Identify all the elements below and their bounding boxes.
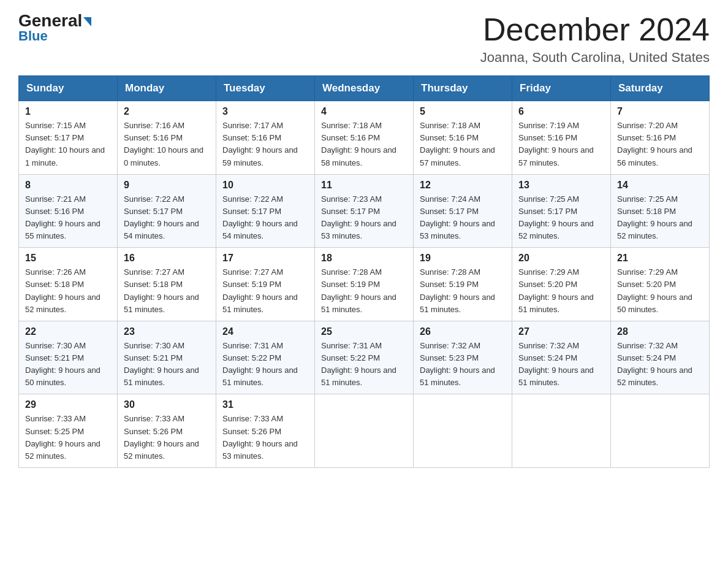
day-number: 3 bbox=[222, 106, 308, 117]
calendar-day-cell: 25Sunrise: 7:31 AMSunset: 5:22 PMDayligh… bbox=[315, 321, 414, 394]
day-number: 31 bbox=[222, 399, 308, 410]
calendar-day-cell: 28Sunrise: 7:32 AMSunset: 5:24 PMDayligh… bbox=[611, 321, 710, 394]
calendar-subtitle: Joanna, South Carolina, United States bbox=[480, 50, 710, 66]
calendar-week-row: 1Sunrise: 7:15 AMSunset: 5:17 PMDaylight… bbox=[19, 101, 710, 175]
day-info: Sunrise: 7:31 AMSunset: 5:22 PMDaylight:… bbox=[321, 340, 407, 389]
calendar-day-cell: 14Sunrise: 7:25 AMSunset: 5:18 PMDayligh… bbox=[611, 174, 710, 248]
day-info: Sunrise: 7:22 AMSunset: 5:17 PMDaylight:… bbox=[222, 193, 308, 243]
day-number: 17 bbox=[222, 253, 308, 264]
calendar-table: SundayMondayTuesdayWednesdayThursdayFrid… bbox=[18, 75, 710, 468]
day-number: 6 bbox=[518, 106, 604, 117]
day-number: 13 bbox=[518, 180, 604, 191]
calendar-empty-cell bbox=[414, 394, 512, 468]
calendar-week-row: 15Sunrise: 7:26 AMSunset: 5:18 PMDayligh… bbox=[19, 248, 710, 321]
day-number: 30 bbox=[124, 399, 210, 410]
day-number: 12 bbox=[420, 180, 506, 191]
day-number: 18 bbox=[321, 253, 407, 264]
day-info: Sunrise: 7:33 AMSunset: 5:25 PMDaylight:… bbox=[25, 413, 111, 462]
day-info: Sunrise: 7:26 AMSunset: 5:18 PMDaylight:… bbox=[25, 266, 111, 316]
day-number: 23 bbox=[124, 326, 210, 337]
day-info: Sunrise: 7:25 AMSunset: 5:18 PMDaylight:… bbox=[617, 193, 703, 243]
day-number: 4 bbox=[321, 106, 407, 117]
day-info: Sunrise: 7:29 AMSunset: 5:20 PMDaylight:… bbox=[518, 266, 604, 316]
calendar-day-cell: 9Sunrise: 7:22 AMSunset: 5:17 PMDaylight… bbox=[118, 174, 216, 248]
calendar-day-cell: 20Sunrise: 7:29 AMSunset: 5:20 PMDayligh… bbox=[512, 248, 611, 321]
calendar-day-cell: 30Sunrise: 7:33 AMSunset: 5:26 PMDayligh… bbox=[118, 394, 216, 468]
day-number: 26 bbox=[420, 326, 506, 337]
day-number: 20 bbox=[518, 253, 604, 264]
day-number: 11 bbox=[321, 180, 407, 191]
day-info: Sunrise: 7:27 AMSunset: 5:19 PMDaylight:… bbox=[222, 266, 308, 316]
day-number: 5 bbox=[420, 106, 506, 117]
calendar-day-cell: 26Sunrise: 7:32 AMSunset: 5:23 PMDayligh… bbox=[414, 321, 512, 394]
day-number: 19 bbox=[420, 253, 506, 264]
day-number: 22 bbox=[25, 326, 111, 337]
day-info: Sunrise: 7:18 AMSunset: 5:16 PMDaylight:… bbox=[420, 120, 506, 169]
calendar-day-cell: 2Sunrise: 7:16 AMSunset: 5:16 PMDaylight… bbox=[118, 101, 216, 175]
day-info: Sunrise: 7:18 AMSunset: 5:16 PMDaylight:… bbox=[321, 120, 407, 169]
day-number: 15 bbox=[25, 253, 111, 264]
day-info: Sunrise: 7:32 AMSunset: 5:24 PMDaylight:… bbox=[617, 340, 703, 389]
calendar-day-cell: 31Sunrise: 7:33 AMSunset: 5:26 PMDayligh… bbox=[216, 394, 315, 468]
calendar-day-cell: 10Sunrise: 7:22 AMSunset: 5:17 PMDayligh… bbox=[216, 174, 315, 248]
day-info: Sunrise: 7:23 AMSunset: 5:17 PMDaylight:… bbox=[321, 193, 407, 243]
day-info: Sunrise: 7:21 AMSunset: 5:16 PMDaylight:… bbox=[25, 193, 111, 243]
weekday-header-tuesday: Tuesday bbox=[216, 76, 315, 101]
day-number: 27 bbox=[518, 326, 604, 337]
day-info: Sunrise: 7:33 AMSunset: 5:26 PMDaylight:… bbox=[124, 413, 210, 462]
calendar-empty-cell bbox=[315, 394, 414, 468]
calendar-week-row: 29Sunrise: 7:33 AMSunset: 5:25 PMDayligh… bbox=[19, 394, 710, 468]
day-number: 2 bbox=[124, 106, 210, 117]
calendar-day-cell: 13Sunrise: 7:25 AMSunset: 5:17 PMDayligh… bbox=[512, 174, 611, 248]
calendar-day-cell: 17Sunrise: 7:27 AMSunset: 5:19 PMDayligh… bbox=[216, 248, 315, 321]
day-info: Sunrise: 7:16 AMSunset: 5:16 PMDaylight:… bbox=[124, 120, 210, 169]
calendar-day-cell: 11Sunrise: 7:23 AMSunset: 5:17 PMDayligh… bbox=[315, 174, 414, 248]
calendar-day-cell: 29Sunrise: 7:33 AMSunset: 5:25 PMDayligh… bbox=[19, 394, 118, 468]
day-info: Sunrise: 7:20 AMSunset: 5:16 PMDaylight:… bbox=[617, 120, 703, 169]
day-number: 25 bbox=[321, 326, 407, 337]
day-number: 7 bbox=[617, 106, 703, 117]
day-info: Sunrise: 7:29 AMSunset: 5:20 PMDaylight:… bbox=[617, 266, 703, 316]
calendar-empty-cell bbox=[611, 394, 710, 468]
day-info: Sunrise: 7:24 AMSunset: 5:17 PMDaylight:… bbox=[420, 193, 506, 243]
day-number: 1 bbox=[25, 106, 111, 117]
day-info: Sunrise: 7:33 AMSunset: 5:26 PMDaylight:… bbox=[222, 413, 308, 462]
day-info: Sunrise: 7:31 AMSunset: 5:22 PMDaylight:… bbox=[222, 340, 308, 389]
day-number: 21 bbox=[617, 253, 703, 264]
calendar-day-cell: 7Sunrise: 7:20 AMSunset: 5:16 PMDaylight… bbox=[611, 101, 710, 175]
day-info: Sunrise: 7:22 AMSunset: 5:17 PMDaylight:… bbox=[124, 193, 210, 243]
calendar-day-cell: 18Sunrise: 7:28 AMSunset: 5:19 PMDayligh… bbox=[315, 248, 414, 321]
calendar-title: December 2024 bbox=[480, 12, 710, 47]
day-number: 29 bbox=[25, 399, 111, 410]
day-number: 10 bbox=[222, 180, 308, 191]
calendar-week-row: 8Sunrise: 7:21 AMSunset: 5:16 PMDaylight… bbox=[19, 174, 710, 248]
day-number: 14 bbox=[617, 180, 703, 191]
calendar-day-cell: 24Sunrise: 7:31 AMSunset: 5:22 PMDayligh… bbox=[216, 321, 315, 394]
day-number: 8 bbox=[25, 180, 111, 191]
calendar-day-cell: 23Sunrise: 7:30 AMSunset: 5:21 PMDayligh… bbox=[118, 321, 216, 394]
weekday-header-friday: Friday bbox=[512, 76, 611, 101]
day-info: Sunrise: 7:30 AMSunset: 5:21 PMDaylight:… bbox=[124, 340, 210, 389]
day-info: Sunrise: 7:17 AMSunset: 5:16 PMDaylight:… bbox=[222, 120, 308, 169]
logo: General Blue bbox=[18, 12, 91, 44]
weekday-header-thursday: Thursday bbox=[414, 76, 512, 101]
day-info: Sunrise: 7:30 AMSunset: 5:21 PMDaylight:… bbox=[25, 340, 111, 389]
weekday-header-saturday: Saturday bbox=[611, 76, 710, 101]
calendar-day-cell: 1Sunrise: 7:15 AMSunset: 5:17 PMDaylight… bbox=[19, 101, 118, 175]
day-info: Sunrise: 7:28 AMSunset: 5:19 PMDaylight:… bbox=[321, 266, 407, 316]
page: General Blue December 2024 Joanna, South… bbox=[0, 0, 728, 486]
calendar-day-cell: 5Sunrise: 7:18 AMSunset: 5:16 PMDaylight… bbox=[414, 101, 512, 175]
logo-line2: Blue bbox=[18, 28, 48, 44]
day-info: Sunrise: 7:32 AMSunset: 5:23 PMDaylight:… bbox=[420, 340, 506, 389]
day-number: 16 bbox=[124, 253, 210, 264]
day-info: Sunrise: 7:28 AMSunset: 5:19 PMDaylight:… bbox=[420, 266, 506, 316]
calendar-day-cell: 3Sunrise: 7:17 AMSunset: 5:16 PMDaylight… bbox=[216, 101, 315, 175]
day-info: Sunrise: 7:15 AMSunset: 5:17 PMDaylight:… bbox=[25, 120, 111, 169]
logo-line1: General bbox=[18, 12, 91, 29]
calendar-week-row: 22Sunrise: 7:30 AMSunset: 5:21 PMDayligh… bbox=[19, 321, 710, 394]
calendar-day-cell: 16Sunrise: 7:27 AMSunset: 5:18 PMDayligh… bbox=[118, 248, 216, 321]
calendar-day-cell: 8Sunrise: 7:21 AMSunset: 5:16 PMDaylight… bbox=[19, 174, 118, 248]
calendar-day-cell: 4Sunrise: 7:18 AMSunset: 5:16 PMDaylight… bbox=[315, 101, 414, 175]
calendar-day-cell: 27Sunrise: 7:32 AMSunset: 5:24 PMDayligh… bbox=[512, 321, 611, 394]
weekday-header-monday: Monday bbox=[118, 76, 216, 101]
